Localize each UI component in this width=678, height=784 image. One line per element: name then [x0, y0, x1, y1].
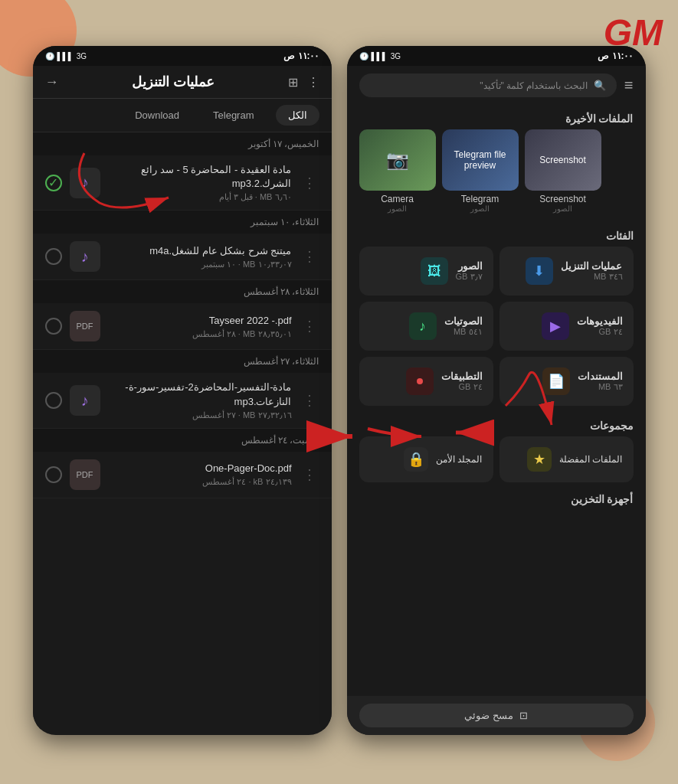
documents-folder-icon: 📄: [542, 368, 570, 395]
more-icon-5[interactable]: ⋮: [300, 466, 319, 483]
file-icon-5: PDF: [70, 459, 100, 490]
photos-folder-icon: 🖼: [421, 257, 448, 285]
folder-info-documents: المستندات ٦٣ MB: [578, 371, 623, 392]
search-bar-phone2[interactable]: 🔍 البحث باستخدام كلمة "تأكيد": [359, 74, 617, 97]
file-item-5[interactable]: ⋮ One-Pager-Doc.pdf ٢٤٫١٣٩ kB · ٢٤ أغسطس…: [33, 452, 332, 498]
group-card-secure[interactable]: المجلد الأمن 🔒: [359, 436, 493, 482]
signal-bars-phone2: ▌▌▌: [372, 52, 388, 60]
folders-grid: عمليات التنزيل ٣٤٦ MB ⬇ الصور ٣٫٧ GB 🖼 ا…: [347, 247, 646, 412]
phone-2-file-manager: ١١:٠٠ ص 3G ▌▌▌ 🕐 ≡ 🔍 البحث باستخدام كلمة…: [347, 46, 646, 735]
folder-card-photos[interactable]: الصور ٣٫٧ GB 🖼: [359, 247, 493, 296]
status-time-phone1: ١١:٠٠ ص: [283, 51, 319, 61]
check-icon-5[interactable]: [45, 466, 62, 483]
date-sep-4: الثلاثاء، ٢٧ أغسطس: [33, 350, 332, 373]
photo-item-telegram[interactable]: Telegram file preview Telegram الصور: [442, 129, 519, 213]
search-placeholder: البحث باستخدام كلمة "تأكيد": [480, 80, 588, 91]
folder-card-videos[interactable]: الفيديوهات ٢٤ GB ▶: [499, 302, 634, 351]
file-name-5: One-Pager-Doc.pdf: [108, 462, 292, 475]
screenshot-sublabel: الصور: [525, 204, 601, 213]
storage-section-title: أجهزة التخزين: [571, 493, 634, 505]
file-meta-4: ٢٧٫٣٢٫١٦ MB · ٢٧ أغسطس: [108, 410, 292, 420]
hamburger-icon-phone2[interactable]: ≡: [624, 77, 634, 94]
tabs-row-phone1: الكل Telegram Download: [33, 99, 332, 132]
file-item-3[interactable]: ⋮ Tayseer 2022 -.pdf ٢٨٫٣٥٫٠١ MB · ٢٨ أغ…: [33, 303, 332, 350]
back-arrow-phone1[interactable]: →: [45, 74, 59, 90]
scan-icon: ⊡: [519, 710, 528, 721]
download-folder-icon: ⬇: [526, 257, 553, 285]
file-name-3: Tayseer 2022 -.pdf: [108, 314, 292, 328]
categories-section-title: الفئات: [347, 222, 646, 247]
file-info-3: Tayseer 2022 -.pdf ٢٨٫٣٥٫٠١ MB · ٢٨ أغسط…: [108, 314, 292, 339]
screenshot-label: Screenshot: [525, 194, 601, 204]
file-meta-5: ٢٤٫١٣٩ kB · ٢٤ أغسطس: [108, 477, 292, 487]
videos-folder-icon: ▶: [542, 312, 569, 340]
date-sep-1: الخميس، ١٧ أكتوبر: [33, 132, 332, 155]
camera-sublabel: الصور: [359, 204, 436, 213]
date-sep-3: الثلاثاء، ٢٨ أغسطس: [33, 280, 332, 303]
folder-card-apps[interactable]: التطبيقات ٢٤ GB: [359, 357, 493, 406]
file-icon-1: ♪: [70, 168, 100, 198]
bottom-bar-phone2: ⊡ مسح ضوئي: [347, 696, 646, 735]
file-info-4: مادة-التفسير-المحاضرة2-تفسير-سور-ة-الناز…: [108, 381, 292, 420]
folder-size-audio: ٥٤١ MB: [444, 327, 483, 337]
file-icon-2: ♪: [70, 241, 100, 272]
grid-icon-phone1[interactable]: ⊞: [288, 75, 298, 90]
signal-icon-phone2: 3G: [391, 52, 401, 60]
battery-icon-phone1: 🕐: [45, 52, 54, 60]
gm-logo: GM: [604, 11, 663, 54]
groups-grid: الملفات المفضلة ★ المجلد الأمن 🔒: [347, 436, 646, 488]
photo-item-screenshot[interactable]: Screenshot Screenshot الصور: [525, 129, 601, 213]
folder-card-documents[interactable]: المستندات ٦٣ MB 📄: [499, 357, 634, 406]
file-item-1[interactable]: ⋮ مادة العقيدة - المحاضرة 5 - سد رائع ال…: [33, 155, 332, 211]
telegram-sublabel: الصور: [442, 204, 519, 213]
apps-folder-icon: [406, 368, 434, 395]
photo-thumb-screenshot: Screenshot: [525, 129, 601, 191]
check-icon-4[interactable]: [45, 392, 62, 409]
search-icon-phone2: 🔍: [594, 80, 606, 91]
tab-download[interactable]: Download: [123, 105, 192, 126]
folder-size-videos: ٢٤ GB: [577, 327, 623, 337]
more-icon-3[interactable]: ⋮: [300, 318, 319, 335]
signal-bars-phone1: ▌▌▌: [57, 52, 74, 60]
more-icon-4[interactable]: ⋮: [300, 392, 319, 409]
check-icon-2[interactable]: [45, 248, 62, 265]
check-icon-1[interactable]: ✓: [45, 175, 62, 191]
folder-card-audio[interactable]: الصوتيات ٥٤١ MB ♪: [359, 302, 493, 351]
status-icons-phone2: 3G ▌▌▌ 🕐: [359, 52, 401, 60]
folder-name-photos: الصور: [456, 260, 483, 272]
clock-icon-phone2: 🕐: [359, 52, 368, 60]
tab-all[interactable]: الكل: [276, 105, 319, 126]
folder-card-downloads[interactable]: عمليات التنزيل ٣٤٦ MB ⬇: [499, 247, 634, 296]
file-meta-1: ٦٫٦٠ MB · قبل ٣ أيام: [108, 192, 292, 202]
menu-icon-phone1[interactable]: ⋮: [307, 75, 319, 90]
group-card-favorites[interactable]: الملفات المفضلة ★: [499, 436, 634, 482]
folder-info-videos: الفيديوهات ٢٤ GB: [577, 315, 623, 337]
check-icon-3[interactable]: [45, 318, 62, 335]
folder-name-documents: المستندات: [578, 371, 623, 382]
signal-icon-phone1: 3G: [77, 52, 87, 60]
more-icon-2[interactable]: ⋮: [300, 248, 319, 265]
photo-item-camera[interactable]: 📷 Camera الصور: [359, 129, 436, 213]
phone1-title: عمليات التنزيل: [132, 74, 215, 90]
scan-button[interactable]: ⊡ مسح ضوئي: [359, 704, 634, 727]
file-name-2: ميتنج شرح بشكل عام للشغل.m4a: [108, 244, 292, 258]
tab-telegram[interactable]: Telegram: [201, 105, 266, 126]
file-icon-3: PDF: [70, 311, 100, 341]
photo-thumb-telegram: Telegram file preview: [442, 129, 519, 191]
folder-name-apps: التطبيقات: [441, 371, 483, 382]
file-info-5: One-Pager-Doc.pdf ٢٤٫١٣٩ kB · ٢٤ أغسطس: [108, 462, 292, 487]
scan-label: مسح ضوئي: [464, 710, 513, 721]
recent-section-title: الملفات الأخيرة: [347, 105, 646, 129]
groups-section-title: مجموعات: [347, 412, 646, 436]
more-icon-1[interactable]: ⋮: [300, 175, 319, 191]
folder-name-audio: الصوتيات: [444, 315, 483, 327]
status-bar-phone1: ١١:٠٠ ص 3G ▌▌▌ 🕐: [33, 46, 332, 66]
folder-info-apps: التطبيقات ٢٤ GB: [441, 371, 483, 392]
secure-group-icon: 🔒: [404, 447, 428, 472]
audio-folder-icon: ♪: [409, 312, 437, 340]
file-item-2[interactable]: ⋮ ميتنج شرح بشكل عام للشغل.m4a ١٠٫٣٣٫٠٧ …: [33, 234, 332, 280]
folder-info-audio: الصوتيات ٥٤١ MB: [444, 315, 483, 337]
file-item-4[interactable]: ⋮ مادة-التفسير-المحاضرة2-تفسير-سور-ة-الن…: [33, 373, 332, 428]
camera-label: Camera: [359, 194, 436, 204]
photos-row: 📷 Camera الصور Telegram file preview Tel…: [347, 129, 646, 222]
